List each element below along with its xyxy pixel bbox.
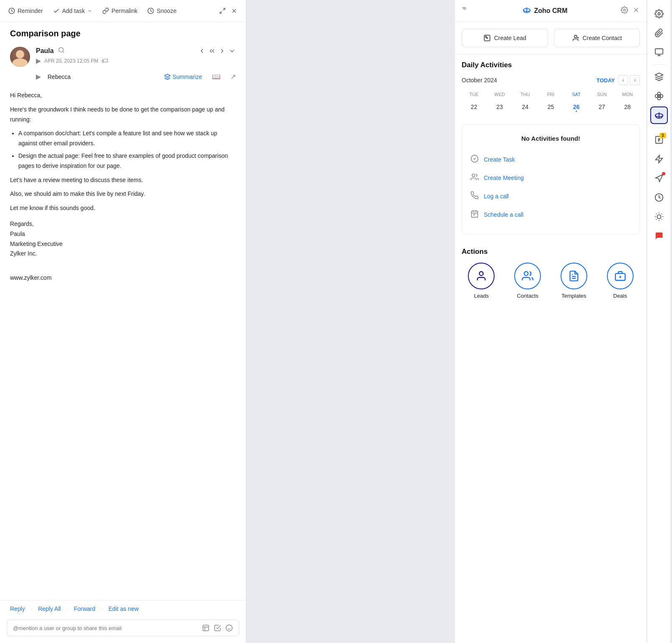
activity-list: Create Task Create Meeting (470, 150, 631, 224)
create-contact-button[interactable]: Create Contact (554, 29, 640, 47)
reminder-label: Reminder (18, 8, 43, 14)
expand-icon[interactable] (219, 8, 226, 14)
calendar-nav: October 2024 TODAY ‹ › (462, 75, 640, 85)
prev-month-button[interactable]: ‹ (618, 75, 628, 85)
background-area (246, 0, 455, 643)
plugin-sidebar-icon[interactable] (650, 68, 668, 86)
reply-all-button[interactable]: Reply All (38, 605, 61, 612)
edit-as-new-button[interactable]: Edit as new (109, 605, 139, 612)
summarize-row: ▶ Rebecca Summarize 📖 ↗ (0, 71, 246, 85)
prev-email-icon[interactable] (198, 47, 206, 55)
schedule-call-item[interactable]: Schedule a call (470, 205, 631, 224)
svg-line-54 (656, 219, 656, 220)
lightning-sidebar-icon[interactable] (650, 150, 668, 168)
crm-search-icon[interactable] (462, 6, 469, 15)
contacts-action[interactable]: Contacts (514, 263, 541, 299)
forward-button[interactable]: Forward (74, 605, 95, 612)
sender-row: Paula (36, 47, 236, 55)
next-month-button[interactable]: › (630, 75, 640, 85)
permalink-button[interactable]: Permalink (102, 8, 137, 14)
templates-action[interactable]: Templates (561, 263, 587, 299)
crm-title-text: Zoho CRM (534, 7, 568, 15)
all-emails-icon[interactable] (208, 47, 216, 55)
megaphone-sidebar-icon[interactable] (650, 170, 668, 187)
cal-day-22[interactable]: 22 (467, 99, 482, 114)
calendar-arrows: ‹ › (618, 75, 640, 85)
crm-close-icon[interactable] (632, 6, 640, 15)
sidebar-divider-2 (652, 127, 666, 128)
cal-day-27[interactable]: 27 (594, 99, 609, 114)
summarize-button[interactable]: Summarize (164, 73, 202, 80)
snooze-button[interactable]: Snooze (147, 8, 176, 14)
svg-line-55 (661, 214, 662, 214)
more-icon[interactable] (228, 47, 236, 55)
reply-button[interactable]: Reply (10, 605, 25, 612)
settings-sidebar-icon[interactable] (650, 5, 668, 23)
cal-day-26[interactable]: 26 (569, 99, 584, 114)
leads-label: Leads (474, 293, 489, 299)
compose-icons (202, 624, 233, 632)
note-icon[interactable] (202, 624, 210, 632)
crm-sidebar-icon[interactable] (650, 106, 668, 124)
layers-sidebar-icon[interactable] (650, 43, 668, 61)
actions-title: Actions (462, 248, 640, 256)
check-square-icon[interactable] (214, 624, 221, 632)
crm-logo-icon (523, 6, 531, 16)
compose-input[interactable] (13, 625, 198, 631)
next-email-icon[interactable] (218, 47, 226, 55)
badge-sidebar-icon[interactable]: 3 (650, 131, 668, 149)
cal-day-28[interactable]: 28 (620, 99, 635, 114)
summarize-label: Summarize (172, 73, 202, 80)
svg-line-2 (223, 8, 225, 10)
play-icon[interactable]: ▶ (36, 73, 41, 81)
day-header-thu: THU (513, 90, 538, 99)
templates-circle (561, 263, 587, 289)
chat-sidebar-icon[interactable] (650, 227, 668, 245)
crm-settings-icon[interactable] (621, 6, 628, 15)
sender-info: Paula (36, 47, 236, 65)
svg-point-11 (226, 625, 232, 631)
svg-marker-45 (655, 155, 662, 163)
email-date: APR 20, 2023 12:05 PM (44, 58, 98, 64)
left-panel: Reminder Add task Permalink Snooze (0, 0, 246, 643)
leads-action[interactable]: Leads (468, 263, 495, 299)
share-icon[interactable]: ↗ (230, 73, 236, 81)
cal-day-25[interactable]: 25 (543, 99, 558, 114)
schedule-icon (470, 210, 479, 220)
deals-action[interactable]: Deals (607, 263, 634, 299)
svg-line-50 (656, 214, 656, 214)
cal-day-24[interactable]: 24 (518, 99, 533, 114)
contacts-label: Contacts (517, 293, 538, 299)
snooze-label: Snooze (157, 8, 176, 14)
cal-day-23[interactable]: 23 (492, 99, 507, 114)
email-toolbar: Reminder Add task Permalink Snooze (0, 0, 246, 22)
create-lead-button[interactable]: Create Lead (462, 29, 548, 47)
deals-label: Deals (613, 293, 627, 299)
create-task-item[interactable]: Create Task (470, 150, 631, 169)
no-activities-title: No Activities found! (470, 135, 631, 142)
book-icon: 📖 (212, 73, 220, 81)
calendar-days: TUE WED THU FRI SAT SUN MON 22 23 24 25 … (462, 90, 640, 114)
day-header-tue: TUE (462, 90, 486, 99)
create-meeting-item[interactable]: Create Meeting (470, 169, 631, 187)
day-header-fri: FRI (538, 90, 563, 99)
day-header-mon: MON (615, 90, 640, 99)
today-button[interactable]: TODAY (596, 77, 615, 84)
recipient-name: Rebecca (48, 73, 71, 80)
emoji-icon[interactable] (225, 624, 233, 632)
sender-search-icon[interactable] (58, 47, 65, 55)
day-header-sat: SAT (564, 90, 589, 99)
flag-icon: ▶ (36, 57, 41, 65)
svg-point-47 (657, 215, 661, 218)
log-call-item[interactable]: Log a call (470, 187, 631, 205)
add-task-button[interactable]: Add task (53, 8, 92, 14)
close-icon[interactable] (231, 8, 237, 14)
paperclip-sidebar-icon[interactable] (650, 24, 668, 42)
flower-sidebar-icon[interactable] (650, 87, 668, 105)
clock-sidebar-icon[interactable] (650, 189, 668, 206)
create-meeting-label: Create Meeting (484, 175, 524, 181)
reminder-button[interactable]: Reminder (8, 8, 43, 14)
sun-sidebar-icon[interactable] (650, 208, 668, 225)
svg-rect-38 (655, 49, 662, 54)
notification-badge (662, 172, 665, 175)
